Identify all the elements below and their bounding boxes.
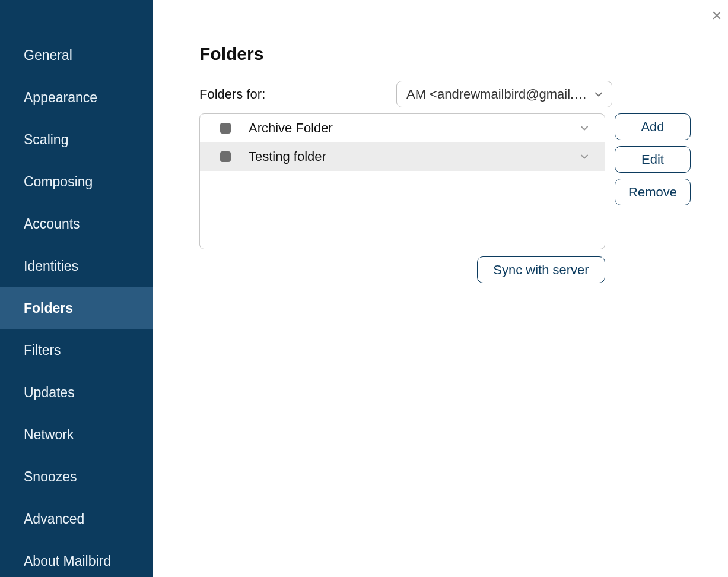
close-icon — [711, 10, 722, 21]
sidebar-item-label: About Mailbird — [24, 553, 111, 569]
sidebar-item-label: Identities — [24, 258, 78, 274]
sidebar-item-composing[interactable]: Composing — [0, 161, 153, 203]
remove-button[interactable]: Remove — [615, 179, 691, 205]
sidebar-item-accounts[interactable]: Accounts — [0, 203, 153, 245]
sidebar-item-label: Updates — [24, 385, 75, 401]
sidebar-item-label: Folders — [24, 300, 73, 316]
close-button[interactable] — [708, 7, 725, 24]
folder-list: Archive Folder Testing folder — [199, 113, 605, 249]
edit-button[interactable]: Edit — [615, 146, 691, 173]
folders-for-row: Folders for: AM <andrewmailbird@gmail.c… — [199, 81, 691, 107]
sidebar-item-snoozes[interactable]: Snoozes — [0, 456, 153, 498]
sidebar-item-label: General — [24, 47, 72, 64]
main-panel: Folders Folders for: AM <andrewmailbird@… — [153, 0, 728, 577]
folder-name: Testing folder — [249, 149, 578, 164]
sidebar-item-label: Composing — [24, 174, 93, 190]
sidebar-item-folders[interactable]: Folders — [0, 287, 153, 329]
sidebar-item-identities[interactable]: Identities — [0, 245, 153, 287]
page-title: Folders — [199, 44, 691, 64]
account-select[interactable]: AM <andrewmailbird@gmail.c… — [396, 81, 612, 107]
sidebar-item-filters[interactable]: Filters — [0, 329, 153, 372]
folder-row[interactable]: Testing folder — [200, 142, 605, 171]
sidebar-item-network[interactable]: Network — [0, 414, 153, 456]
folder-icon — [220, 123, 231, 134]
sidebar-item-general[interactable]: General — [0, 34, 153, 77]
chevron-down-icon — [578, 151, 590, 163]
sidebar-item-label: Filters — [24, 343, 61, 359]
chevron-down-icon — [593, 88, 605, 100]
sidebar-item-label: Appearance — [24, 90, 97, 106]
folder-row[interactable]: Archive Folder — [200, 114, 605, 142]
sidebar-item-about[interactable]: About Mailbird — [0, 540, 153, 577]
sidebar-item-label: Scaling — [24, 132, 68, 148]
sidebar-item-label: Snoozes — [24, 469, 77, 485]
folder-action-buttons: Add Edit Remove — [615, 113, 691, 205]
sidebar-item-label: Accounts — [24, 216, 80, 232]
folders-for-label: Folders for: — [199, 87, 386, 102]
chevron-down-icon — [578, 122, 590, 134]
sidebar-item-label: Advanced — [24, 511, 84, 527]
settings-sidebar: General Appearance Scaling Composing Acc… — [0, 0, 153, 577]
folder-name: Archive Folder — [249, 121, 578, 136]
folder-icon — [220, 151, 231, 162]
sidebar-item-label: Network — [24, 427, 74, 443]
sidebar-item-appearance[interactable]: Appearance — [0, 77, 153, 119]
sidebar-item-scaling[interactable]: Scaling — [0, 119, 153, 161]
add-button[interactable]: Add — [615, 113, 691, 140]
sidebar-item-advanced[interactable]: Advanced — [0, 498, 153, 540]
sync-button[interactable]: Sync with server — [477, 256, 605, 283]
sidebar-item-updates[interactable]: Updates — [0, 372, 153, 414]
account-select-value: AM <andrewmailbird@gmail.c… — [406, 87, 593, 102]
